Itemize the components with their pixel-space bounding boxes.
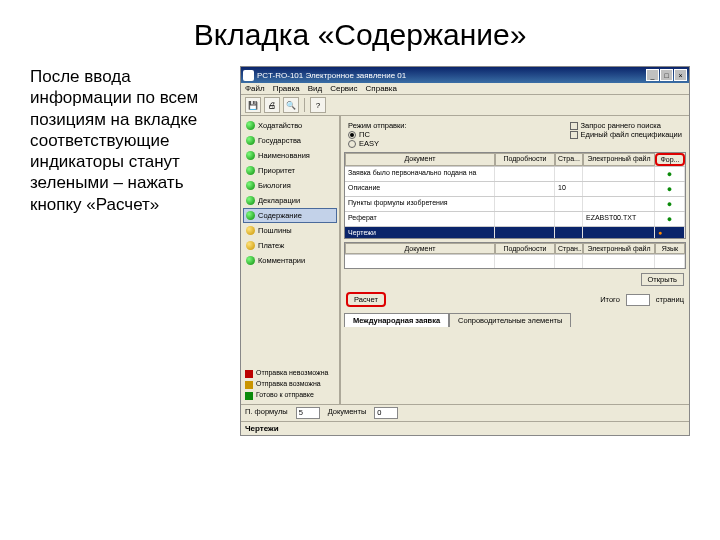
status-claims-value: 5 xyxy=(296,407,320,419)
sidebar-label: Государства xyxy=(258,136,301,145)
radio-pc[interactable] xyxy=(348,131,356,139)
toolbar: 💾 🖨 🔍 ? xyxy=(241,95,689,116)
table-row[interactable]: Реферат EZABST00.TXT ● xyxy=(345,211,685,226)
radio-label: EASY xyxy=(359,139,379,148)
table-row[interactable]: Пункты формулы изобретения ● xyxy=(345,196,685,211)
indicator-green-icon xyxy=(246,211,255,220)
sidebar-label: Пошлины xyxy=(258,226,292,235)
sidebar-item-biology[interactable]: Биология xyxy=(243,178,337,193)
indicator-green-icon xyxy=(246,136,255,145)
menu-tools[interactable]: Сервис xyxy=(330,84,357,93)
statusbar: П. формулы 5 Документы 0 xyxy=(241,404,689,421)
sidebar-item-petition[interactable]: Ходатайство xyxy=(243,118,337,133)
table-row-empty xyxy=(345,254,685,268)
pages-unit: страниц xyxy=(656,295,684,304)
sidebar-item-fees[interactable]: Пошлины xyxy=(243,223,337,238)
th-document: Документ xyxy=(345,243,495,254)
app-icon xyxy=(243,70,254,81)
th-details: Подробности xyxy=(495,243,555,254)
application-window: PCT-RO-101 Электронное заявление 01 _ □ … xyxy=(240,66,690,436)
checkbox-single-spec[interactable] xyxy=(570,131,578,139)
sidebar-item-payment[interactable]: Платеж xyxy=(243,238,337,253)
th-format: Фор... xyxy=(655,153,685,166)
indicator-green-icon: ● xyxy=(655,182,685,196)
sidebar-label: Биология xyxy=(258,181,291,190)
radio-label: ПС xyxy=(359,130,370,139)
legend-label: Отправка возможна xyxy=(256,380,321,388)
menu-file[interactable]: Файл xyxy=(245,84,265,93)
indicator-orange-icon: ● xyxy=(655,227,685,238)
cell-efile: EZABST00.TXT xyxy=(583,212,655,226)
maximize-button[interactable]: □ xyxy=(660,69,673,81)
menu-view[interactable]: Вид xyxy=(308,84,322,93)
table-row-selected[interactable]: Чертежи ● xyxy=(345,226,685,238)
minimize-button[interactable]: _ xyxy=(646,69,659,81)
legend-red-icon xyxy=(245,370,253,378)
th-lang: Язык xyxy=(655,243,685,254)
filing-mode-label: Режим отправки: xyxy=(348,121,407,130)
status-drawings-label: Документы xyxy=(328,407,367,419)
cell-doc: Чертежи xyxy=(345,227,495,238)
legend-label: Готово к отправке xyxy=(256,391,314,399)
sidebar-label: Комментарии xyxy=(258,256,305,265)
tab-international[interactable]: Международная заявка xyxy=(344,313,449,327)
indicator-yellow-icon xyxy=(246,226,255,235)
slide-description: После ввода информации по всем позициям … xyxy=(30,66,230,436)
sidebar: Ходатайство Государства Наименования При… xyxy=(241,116,341,404)
sidebar-label: Содержание xyxy=(258,211,302,220)
toolbar-save-icon[interactable]: 💾 xyxy=(245,97,261,113)
slide-title: Вкладка «Содержание» xyxy=(30,18,690,52)
documents-table-1: Документ Подробности Стра... Электронный… xyxy=(344,152,686,239)
documents-table-2: Документ Подробности Стран... Электронны… xyxy=(344,242,686,269)
cell-doc: Заявка было первоначально подана на xyxy=(345,167,495,181)
calculate-button[interactable]: Расчет xyxy=(346,292,386,307)
sidebar-label: Наименования xyxy=(258,151,310,160)
menu-help[interactable]: Справка xyxy=(366,84,397,93)
table-row[interactable]: Описание 10 ● xyxy=(345,181,685,196)
main-panel: Режим отправки: ПС EASY Запрос раннего п… xyxy=(341,116,689,404)
total-value xyxy=(626,294,650,306)
close-button[interactable]: × xyxy=(674,69,687,81)
menu-edit[interactable]: Правка xyxy=(273,84,300,93)
checkbox-label: Единый файл спецификации xyxy=(581,130,682,139)
checkbox-request-search[interactable] xyxy=(570,122,578,130)
indicator-green-icon xyxy=(246,166,255,175)
toolbar-help-icon[interactable]: ? xyxy=(310,97,326,113)
status-drawings-value: 0 xyxy=(374,407,398,419)
titlebar: PCT-RO-101 Электронное заявление 01 _ □ … xyxy=(241,67,689,83)
bottom-tabs: Международная заявка Сопроводительные эл… xyxy=(344,313,686,327)
indicator-green-icon: ● xyxy=(655,167,685,181)
sidebar-item-states[interactable]: Государства xyxy=(243,133,337,148)
sidebar-item-priority[interactable]: Приоритет xyxy=(243,163,337,178)
cell-pages: 10 xyxy=(555,182,583,196)
checkbox-label: Запрос раннего поиска xyxy=(581,121,661,130)
indicator-green-icon: ● xyxy=(655,212,685,226)
indicator-green-icon: ● xyxy=(655,197,685,211)
legend-green-icon xyxy=(245,392,253,400)
indicator-green-icon xyxy=(246,196,255,205)
menubar: Файл Правка Вид Сервис Справка xyxy=(241,83,689,95)
toolbar-print-icon[interactable]: 🖨 xyxy=(264,97,280,113)
th-pages: Стра... xyxy=(555,153,583,166)
open-button[interactable]: Открыть xyxy=(641,273,684,286)
sidebar-legend: Отправка невозможна Отправка возможна Го… xyxy=(243,365,337,402)
indicator-green-icon xyxy=(246,121,255,130)
tab-accompanying[interactable]: Сопроводительные элементы xyxy=(449,313,571,327)
sidebar-label: Ходатайство xyxy=(258,121,302,130)
sidebar-item-contents[interactable]: Содержание xyxy=(243,208,337,223)
sidebar-item-declarations[interactable]: Декларации xyxy=(243,193,337,208)
drawings-section-label: Чертежи xyxy=(241,421,689,435)
th-efile: Электронный файл xyxy=(583,153,655,166)
total-label: Итого xyxy=(600,295,620,304)
legend-label: Отправка невозможна xyxy=(256,369,329,377)
toolbar-preview-icon[interactable]: 🔍 xyxy=(283,97,299,113)
cell-doc: Описание xyxy=(345,182,495,196)
cell-doc: Реферат xyxy=(345,212,495,226)
table-row[interactable]: Заявка было первоначально подана на ● xyxy=(345,166,685,181)
th-efile: Электронный файл xyxy=(583,243,655,254)
sidebar-label: Платеж xyxy=(258,241,284,250)
radio-easy[interactable] xyxy=(348,140,356,148)
status-claims-label: П. формулы xyxy=(245,407,288,419)
sidebar-item-comments[interactable]: Комментарии xyxy=(243,253,337,268)
sidebar-item-names[interactable]: Наименования xyxy=(243,148,337,163)
